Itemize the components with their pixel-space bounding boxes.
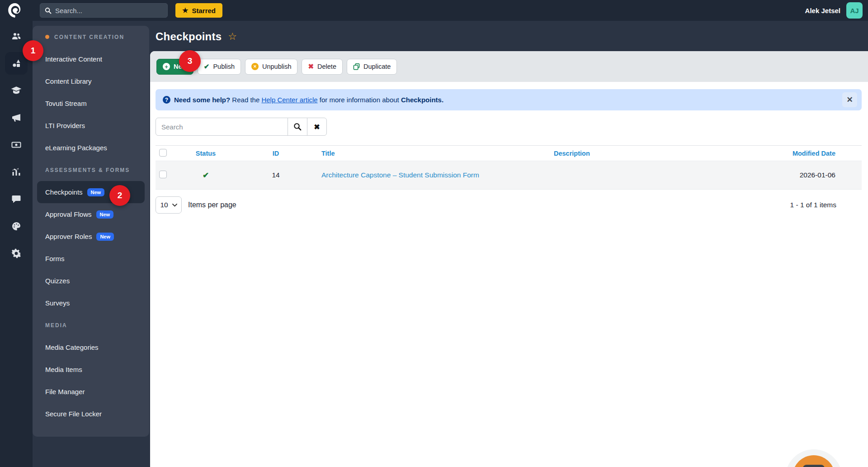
- delete-x-icon: ✖: [308, 62, 314, 71]
- sidebar-item-elearning-packages[interactable]: eLearning Packages: [33, 137, 149, 159]
- palette-icon: [11, 221, 22, 232]
- sidebar-item-media-categories[interactable]: Media Categories: [33, 336, 149, 358]
- question-circle-icon: ?: [163, 96, 170, 104]
- delete-button[interactable]: ✖ Delete: [302, 59, 343, 75]
- sidebar-item-lti-providers[interactable]: LTI Providers: [33, 114, 149, 137]
- unpublish-button[interactable]: ✕ Unpublish: [245, 59, 298, 75]
- chat-icon: [11, 194, 22, 205]
- sidebar-item-file-manager[interactable]: File Manager: [33, 381, 149, 403]
- users-icon: [11, 31, 22, 42]
- rail-item-announcements[interactable]: [3, 104, 30, 131]
- megaphone-icon: [11, 112, 22, 123]
- global-search: [40, 3, 168, 18]
- banner-bold-tail: Checkpoints.: [401, 96, 443, 104]
- banner-close-button[interactable]: ✕: [842, 92, 857, 107]
- row-title-link[interactable]: Architecture Capstone – Student Submissi…: [321, 171, 479, 179]
- table-row: ✔ 14 Architecture Capstone – Student Sub…: [156, 161, 862, 190]
- global-search-input[interactable]: [55, 7, 163, 14]
- chat-bubble-icon: [803, 465, 825, 467]
- search-icon: [293, 123, 302, 131]
- pagination: 10 Items per page 1 - 1 of 1 items: [156, 196, 862, 214]
- row-id: 14: [235, 161, 316, 190]
- search-submit-button[interactable]: [288, 118, 307, 136]
- rail-item-media[interactable]: [3, 131, 30, 158]
- new-badge: New: [96, 210, 114, 219]
- avatar[interactable]: AJ: [846, 2, 863, 19]
- sidebar-item-content-library[interactable]: Content Library: [33, 70, 149, 92]
- checkpoints-table: Status ID Title Description Modified Dat…: [156, 145, 862, 190]
- favorite-star-icon[interactable]: ☆: [228, 32, 237, 42]
- sidebar-item-interactive-content[interactable]: Interactive Content: [33, 48, 149, 70]
- row-checkbox[interactable]: [159, 171, 167, 178]
- copy-icon: [353, 63, 360, 70]
- column-header-modified-date[interactable]: Modified Date: [785, 146, 862, 161]
- help-banner: ? Need some help? Read the Help Center a…: [156, 89, 862, 110]
- annotation-badge-2: 2: [109, 185, 130, 206]
- new-badge: New: [87, 188, 105, 196]
- list-filter: ✖: [156, 118, 862, 136]
- sidebar-item-media-items[interactable]: Media Items: [33, 358, 149, 381]
- starred-button[interactable]: ★ Starred: [175, 3, 222, 18]
- gear-icon: [11, 248, 22, 259]
- items-per-page-select[interactable]: 10: [156, 196, 182, 214]
- tovuti-logo[interactable]: [7, 2, 23, 19]
- banner-bold-lead: Need some help?: [174, 96, 230, 104]
- help-center-link[interactable]: Help Center article: [261, 96, 317, 104]
- orange-dot-icon: [45, 35, 49, 39]
- select-all-checkbox[interactable]: [159, 149, 167, 157]
- rail-item-branding[interactable]: [3, 213, 30, 240]
- rail-item-learning[interactable]: [3, 77, 30, 104]
- items-per-page-label: Items per page: [188, 201, 236, 209]
- sidebar-section-assessments-forms: ASSESSMENTS & FORMS: [33, 159, 149, 181]
- sidebar-item-approver-roles[interactable]: Approver Roles New: [33, 225, 149, 248]
- sidebar-item-surveys[interactable]: Surveys: [33, 292, 149, 314]
- chevron-down-icon: [172, 204, 177, 207]
- search-clear-button[interactable]: ✖: [307, 118, 327, 136]
- plus-circle-icon: +: [163, 63, 170, 70]
- star-icon: ★: [182, 6, 188, 14]
- toolbar: + New ✔ Publish ✕ Unpublish ✖ Delete Dup…: [150, 51, 868, 82]
- sidebar-item-forms[interactable]: Forms: [33, 248, 149, 270]
- sidebar-section-media: MEDIA: [33, 314, 149, 336]
- pagination-range: 1 - 1 of 1 items: [790, 201, 862, 209]
- annotation-badge-3: 3: [179, 50, 201, 72]
- publish-button[interactable]: ✔ Publish: [198, 59, 241, 75]
- chart-icon: [11, 167, 22, 177]
- content-card: + New ✔ Publish ✕ Unpublish ✖ Delete Dup…: [150, 51, 868, 467]
- table-header-row: Status ID Title Description Modified Dat…: [156, 146, 862, 161]
- sidebar-item-tovuti-stream[interactable]: Tovuti Stream: [33, 92, 149, 114]
- user-name[interactable]: Alek Jetsel: [805, 7, 840, 14]
- rail-item-messages[interactable]: [3, 186, 30, 213]
- rail-item-reports[interactable]: [3, 158, 30, 186]
- annotation-badge-1: 1: [23, 40, 43, 61]
- column-header-description[interactable]: Description: [550, 146, 785, 161]
- sidebar-item-secure-file-locker[interactable]: Secure File Locker: [33, 403, 149, 425]
- content-shapes-icon: [11, 58, 22, 69]
- page-title: Checkpoints: [156, 30, 222, 43]
- icon-rail: [0, 21, 33, 467]
- list-search-input[interactable]: [156, 118, 288, 136]
- column-header-title[interactable]: Title: [316, 146, 550, 161]
- row-description: [550, 161, 785, 190]
- published-check-icon: ✔: [203, 171, 209, 180]
- media-card-icon: [11, 139, 22, 150]
- graduation-cap-icon: [10, 85, 22, 96]
- top-navbar: ★ Starred Alek Jetsel AJ: [0, 0, 868, 21]
- rail-item-settings[interactable]: [3, 240, 30, 267]
- x-circle-icon: ✕: [251, 63, 259, 70]
- search-icon: [45, 7, 52, 14]
- row-modified-date: 2026-01-06: [785, 161, 862, 190]
- column-header-status[interactable]: Status: [176, 146, 235, 161]
- check-icon: ✔: [204, 62, 210, 71]
- clear-x-icon: ✖: [314, 123, 320, 131]
- column-header-id[interactable]: ID: [235, 146, 316, 161]
- new-badge: New: [96, 233, 114, 241]
- close-icon: ✕: [846, 95, 853, 105]
- starred-label: Starred: [192, 7, 216, 14]
- sidebar-item-approval-flows[interactable]: Approval Flows New: [33, 203, 149, 225]
- sidebar-section-content-creation: CONTENT CREATION: [33, 26, 149, 48]
- duplicate-button[interactable]: Duplicate: [347, 59, 397, 75]
- sidebar-item-quizzes[interactable]: Quizzes: [33, 270, 149, 292]
- sidebar: CONTENT CREATION Interactive Content Con…: [33, 26, 149, 437]
